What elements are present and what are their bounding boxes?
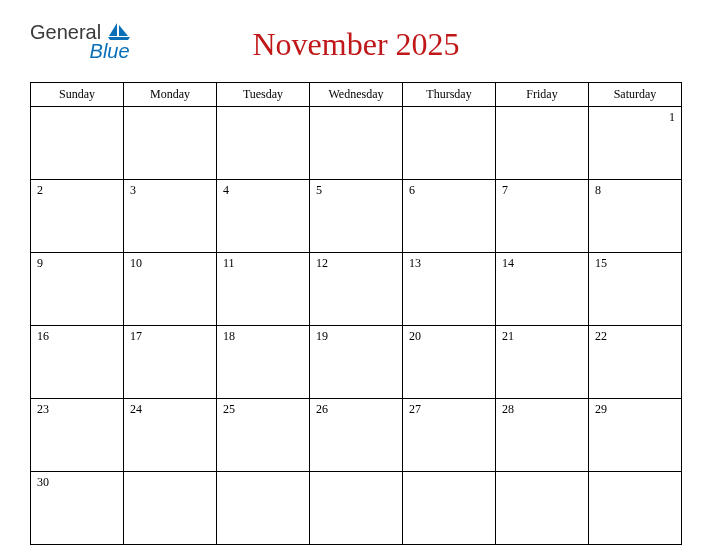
calendar-cell: 3 — [124, 180, 217, 253]
calendar-cell — [217, 472, 310, 545]
calendar-cell: 19 — [310, 326, 403, 399]
brand-text: General Blue — [30, 22, 130, 61]
day-number: 23 — [37, 402, 49, 416]
calendar-row: 16171819202122 — [31, 326, 682, 399]
calendar-cell: 4 — [217, 180, 310, 253]
day-number: 17 — [130, 329, 142, 343]
brand-word-2: Blue — [74, 41, 130, 61]
day-number: 22 — [595, 329, 607, 343]
day-number: 18 — [223, 329, 235, 343]
calendar-cell — [496, 107, 589, 180]
day-number: 12 — [316, 256, 328, 270]
calendar-cell: 15 — [589, 253, 682, 326]
day-number: 9 — [37, 256, 43, 270]
day-number: 19 — [316, 329, 328, 343]
day-number: 11 — [223, 256, 235, 270]
brand-logo: General Blue — [30, 22, 130, 61]
day-header: Sunday — [31, 83, 124, 107]
calendar-cell — [403, 107, 496, 180]
calendar-cell — [310, 107, 403, 180]
day-number: 15 — [595, 256, 607, 270]
day-header: Monday — [124, 83, 217, 107]
day-number: 5 — [316, 183, 322, 197]
calendar-cell: 28 — [496, 399, 589, 472]
day-header: Wednesday — [310, 83, 403, 107]
day-number: 20 — [409, 329, 421, 343]
calendar-body: 1234567891011121314151617181920212223242… — [31, 107, 682, 545]
calendar-cell — [403, 472, 496, 545]
calendar-cell — [31, 107, 124, 180]
calendar-row: 30 — [31, 472, 682, 545]
calendar-cell: 20 — [403, 326, 496, 399]
day-header: Tuesday — [217, 83, 310, 107]
calendar-cell: 11 — [217, 253, 310, 326]
calendar-cell: 6 — [403, 180, 496, 253]
calendar-row: 2345678 — [31, 180, 682, 253]
day-number: 27 — [409, 402, 421, 416]
calendar-cell: 27 — [403, 399, 496, 472]
day-number: 1 — [595, 110, 675, 125]
calendar-cell: 7 — [496, 180, 589, 253]
header: General Blue November 2025 — [30, 20, 682, 70]
day-number: 29 — [595, 402, 607, 416]
calendar-cell: 25 — [217, 399, 310, 472]
calendar-cell — [217, 107, 310, 180]
day-number: 24 — [130, 402, 142, 416]
calendar-cell: 29 — [589, 399, 682, 472]
calendar-cell — [124, 107, 217, 180]
calendar-cell: 18 — [217, 326, 310, 399]
calendar-cell: 14 — [496, 253, 589, 326]
day-number: 26 — [316, 402, 328, 416]
calendar-cell: 5 — [310, 180, 403, 253]
day-header-row: Sunday Monday Tuesday Wednesday Thursday… — [31, 83, 682, 107]
calendar-cell: 17 — [124, 326, 217, 399]
day-header: Saturday — [589, 83, 682, 107]
calendar-cell: 30 — [31, 472, 124, 545]
calendar-cell — [589, 472, 682, 545]
day-number: 28 — [502, 402, 514, 416]
day-number: 10 — [130, 256, 142, 270]
calendar-cell: 1 — [589, 107, 682, 180]
calendar-cell: 22 — [589, 326, 682, 399]
calendar-row: 9101112131415 — [31, 253, 682, 326]
calendar-cell: 8 — [589, 180, 682, 253]
day-number: 2 — [37, 183, 43, 197]
calendar-cell: 24 — [124, 399, 217, 472]
day-header: Thursday — [403, 83, 496, 107]
day-number: 16 — [37, 329, 49, 343]
calendar-grid: Sunday Monday Tuesday Wednesday Thursday… — [30, 82, 682, 545]
calendar-cell: 21 — [496, 326, 589, 399]
calendar-cell — [310, 472, 403, 545]
day-number: 3 — [130, 183, 136, 197]
day-number: 30 — [37, 475, 49, 489]
calendar-cell: 9 — [31, 253, 124, 326]
calendar-cell — [124, 472, 217, 545]
day-number: 13 — [409, 256, 421, 270]
calendar-row: 1 — [31, 107, 682, 180]
calendar-cell: 26 — [310, 399, 403, 472]
day-number: 8 — [595, 183, 601, 197]
calendar-cell: 16 — [31, 326, 124, 399]
day-number: 4 — [223, 183, 229, 197]
day-number: 7 — [502, 183, 508, 197]
day-number: 14 — [502, 256, 514, 270]
calendar-row: 23242526272829 — [31, 399, 682, 472]
calendar-cell: 10 — [124, 253, 217, 326]
calendar-cell: 12 — [310, 253, 403, 326]
day-number: 6 — [409, 183, 415, 197]
calendar-cell — [496, 472, 589, 545]
calendar-cell: 2 — [31, 180, 124, 253]
day-number: 25 — [223, 402, 235, 416]
day-header: Friday — [496, 83, 589, 107]
calendar-cell: 23 — [31, 399, 124, 472]
day-number: 21 — [502, 329, 514, 343]
calendar-cell: 13 — [403, 253, 496, 326]
